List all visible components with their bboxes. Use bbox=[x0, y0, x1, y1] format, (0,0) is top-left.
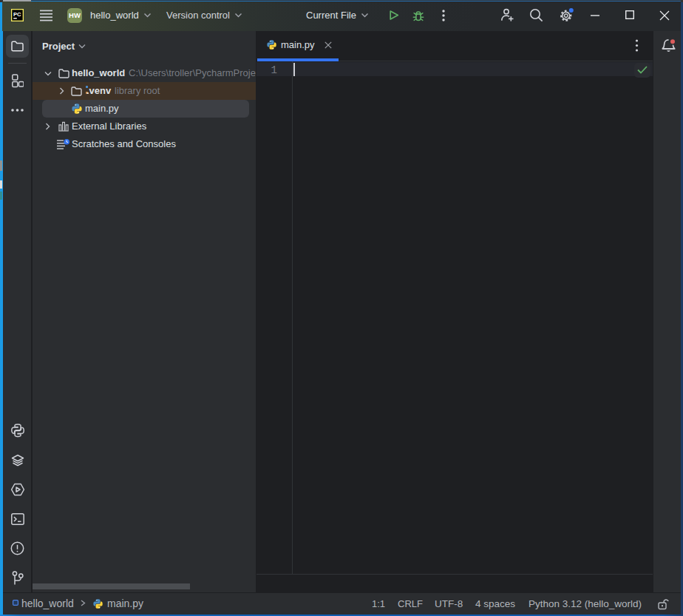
svg-text:PC: PC bbox=[13, 11, 21, 18]
